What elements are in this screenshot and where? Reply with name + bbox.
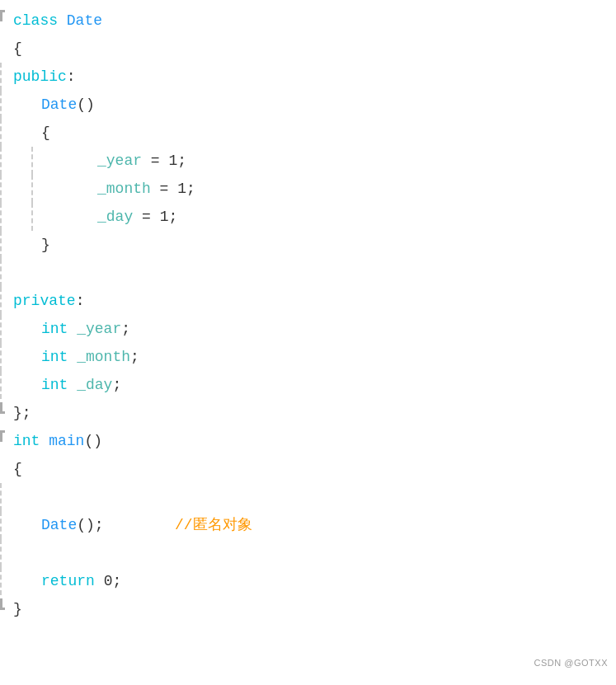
line-7: _month = 1; <box>0 175 616 203</box>
dashed-bar-inner <box>31 147 33 175</box>
line-21: return 0; <box>0 567 616 595</box>
dashed-bar <box>0 175 2 203</box>
code-text: class Date <box>5 7 102 35</box>
line-4: Date() <box>0 91 616 119</box>
line-20 <box>0 539 616 567</box>
dashed-bar <box>0 63 2 91</box>
bracket-open-icon <box>0 10 5 21</box>
line-1: class Date <box>0 7 616 35</box>
bracket-close-2-icon <box>0 598 5 610</box>
line-5: { <box>0 119 616 147</box>
line-2: { <box>0 35 616 63</box>
dashed-bar <box>0 567 2 595</box>
dashed-bar <box>0 539 2 567</box>
bracket-open-2-icon <box>0 430 5 442</box>
dashed-bar <box>0 119 2 147</box>
dashed-bar <box>0 511 2 539</box>
line-8: _day = 1; <box>0 203 616 231</box>
line-11: private: <box>0 287 616 315</box>
dashed-bar <box>0 483 2 511</box>
line-10 <box>0 259 616 287</box>
dashed-bar <box>0 231 2 259</box>
line-15: }; <box>0 399 616 427</box>
line-6: _year = 1; <box>0 147 616 175</box>
dashed-bar <box>0 343 2 371</box>
dashed-bar <box>0 287 2 315</box>
dashed-bar-inner <box>31 203 33 231</box>
line-3: public: <box>0 63 616 91</box>
line-9: } <box>0 231 616 259</box>
dashed-bar <box>0 147 2 175</box>
watermark: CSDN @GOTXX <box>534 649 608 677</box>
bracket-close-icon <box>0 402 5 414</box>
line-14: int _day; <box>0 371 616 399</box>
dashed-bar <box>0 315 2 343</box>
dashed-bar <box>0 259 2 287</box>
dashed-bar-inner <box>31 175 33 203</box>
code-container: class Date { public: Date() { _year = 1;… <box>0 0 616 630</box>
line-22: } <box>0 595 616 623</box>
line-13: int _month; <box>0 343 616 371</box>
line-16: int main() <box>0 427 616 455</box>
line-19: Date(); //匿名对象 <box>0 511 616 539</box>
line-17: { <box>0 455 616 483</box>
dashed-bar <box>0 203 2 231</box>
dashed-bar <box>0 91 2 119</box>
line-12: int _year; <box>0 315 616 343</box>
line-18 <box>0 483 616 511</box>
dashed-bar <box>0 371 2 399</box>
